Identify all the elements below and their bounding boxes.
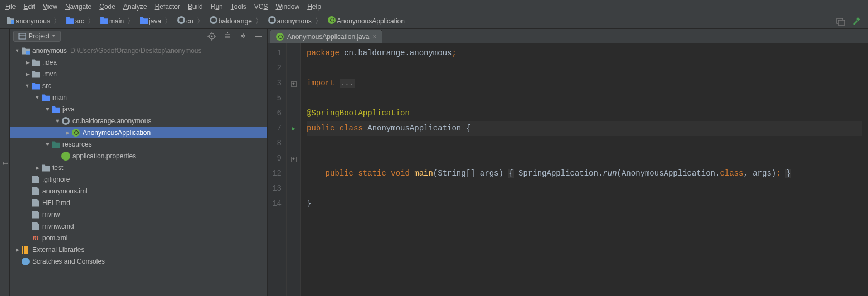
tree-node[interactable]: HELP.md [10, 197, 267, 208]
tree-node[interactable]: ▶AnonymousApplication [10, 127, 267, 138]
menu-vcs[interactable]: VCS [250, 0, 272, 13]
line-number[interactable]: 8 [268, 136, 282, 151]
run-gutter[interactable]: +▶+ [287, 43, 301, 296]
tree-node[interactable]: ▼anonymousD:\Users\GodofOrange\Desktop\a… [10, 45, 267, 56]
code-content[interactable]: package cn.baldorange.anonymous; import … [301, 43, 868, 296]
gutter-cell[interactable] [287, 106, 300, 121]
breadcrumb-item[interactable]: AnonymousApplication [324, 16, 406, 27]
tree-node[interactable]: ▼src [10, 80, 267, 91]
line-number-gutter[interactable]: 12356789121314 [268, 43, 287, 296]
menu-navigate[interactable]: Navigate [61, 0, 95, 13]
menu-analyze[interactable]: Analyze [119, 0, 151, 13]
tree-node[interactable]: ▶.mvn [10, 68, 267, 80]
breadcrumb-item[interactable]: src [63, 16, 85, 27]
tree-node[interactable]: Scratches and Consoles [10, 255, 267, 267]
tree-node[interactable]: mpom.xml [10, 232, 267, 244]
line-number[interactable]: 13 [268, 181, 282, 196]
tree-twisty-icon[interactable]: ▶ [23, 60, 31, 65]
tree-twisty-icon[interactable]: ▶ [64, 130, 71, 135]
code-line[interactable]: public class AnonymousApplication { [307, 121, 868, 136]
breadcrumb-item[interactable]: main [97, 16, 125, 27]
code-line[interactable]: } [307, 199, 311, 208]
tree-node[interactable]: ▶External Libraries [10, 244, 267, 255]
menu-edit[interactable]: Edit [20, 0, 39, 13]
code-line[interactable]: package cn.baldorange.anonymous; [307, 48, 457, 57]
tree-twisty-icon[interactable]: ▼ [43, 142, 51, 147]
tree-node[interactable]: mvnw.cmd [10, 220, 267, 232]
gutter-cell[interactable] [287, 91, 300, 106]
fold-icon[interactable]: + [291, 81, 297, 87]
project-view-selector[interactable]: Project ▼ [13, 31, 61, 42]
tree-twisty-icon[interactable]: ▼ [13, 48, 21, 54]
breadcrumb-item[interactable]: baldorange [206, 16, 253, 27]
run-gutter-cell[interactable]: ▶ [287, 121, 300, 136]
select-run-config-icon[interactable] [836, 16, 846, 26]
line-number[interactable]: 7 [268, 121, 282, 136]
tree-node[interactable]: ▼main [10, 91, 267, 103]
line-number[interactable]: 5 [268, 91, 282, 106]
locate-icon[interactable] [207, 31, 217, 41]
breadcrumb-item[interactable]: anonymous [265, 16, 313, 27]
line-number[interactable]: 6 [268, 106, 282, 121]
collapse-all-icon[interactable] [222, 31, 232, 41]
tree-twisty-icon[interactable]: ▼ [33, 95, 41, 100]
close-tab-icon[interactable]: × [372, 33, 376, 41]
tree-twisty-icon[interactable]: ▶ [23, 71, 31, 77]
line-number[interactable]: 12 [268, 166, 282, 181]
menu-view[interactable]: View [39, 0, 61, 13]
gutter-cell[interactable] [287, 166, 300, 181]
tree-twisty-icon[interactable]: ▶ [13, 247, 21, 253]
tree-node[interactable]: ▼cn.baldorange.anonymous [10, 115, 267, 127]
spring-icon [71, 128, 80, 137]
editor-overview-strip[interactable] [862, 43, 868, 296]
tree-node-label: anonymous [32, 47, 67, 55]
tree-node[interactable]: application.properties [10, 150, 267, 162]
menu-tools[interactable]: Tools [227, 0, 250, 13]
fold-gutter-cell[interactable]: + [287, 76, 300, 91]
menu-run[interactable]: Run [207, 0, 227, 13]
fold-icon[interactable]: + [291, 157, 297, 162]
line-number[interactable]: 14 [268, 196, 282, 211]
tree-node[interactable]: ▶test [10, 162, 267, 173]
gear-icon[interactable]: ✲ [238, 31, 248, 41]
tree-node[interactable]: anonymous.iml [10, 185, 267, 197]
tree-node[interactable]: .gitignore [10, 173, 267, 185]
menu-help[interactable]: Help [303, 0, 325, 13]
gutter-cell[interactable] [287, 46, 300, 61]
line-number[interactable]: 9 [268, 151, 282, 166]
line-number[interactable]: 3 [268, 76, 282, 91]
line-number[interactable]: 1 [268, 46, 282, 61]
tree-twisty-icon[interactable]: ▼ [23, 83, 31, 89]
menu-refactor[interactable]: Refactor [151, 0, 184, 13]
project-tree[interactable]: ▼anonymousD:\Users\GodofOrange\Desktop\a… [10, 43, 267, 296]
menu-build[interactable]: Build [184, 0, 207, 13]
file-icon [31, 222, 40, 231]
code-line[interactable]: @SpringBootApplication [307, 109, 410, 118]
tree-twisty-icon[interactable]: ▼ [54, 118, 61, 124]
menu-window[interactable]: Window [271, 0, 303, 13]
tree-node[interactable]: mvnw [10, 208, 267, 220]
build-hammer-icon[interactable] [851, 16, 861, 26]
tree-twisty-icon[interactable]: ▼ [43, 106, 51, 112]
hide-icon[interactable]: — [254, 31, 264, 41]
tree-twisty-icon[interactable]: ▶ [33, 165, 41, 171]
menu-file[interactable]: File [1, 0, 20, 13]
gutter-cell[interactable] [287, 181, 300, 196]
run-gutter-icon[interactable]: ▶ [292, 125, 295, 132]
editor-tab-active[interactable]: AnonymousApplication.java × [270, 30, 382, 43]
tree-node[interactable]: ▶.idea [10, 56, 267, 68]
breadcrumb-item[interactable]: anonymous [3, 16, 51, 27]
gutter-cell[interactable] [287, 61, 300, 76]
gutter-cell[interactable] [287, 196, 300, 211]
code-line[interactable]: public static void main(String[] args) {… [307, 169, 791, 178]
tree-node[interactable]: ▼resources [10, 138, 267, 150]
gutter-cell[interactable] [287, 136, 300, 151]
left-tool-strip[interactable]: 1: [0, 29, 10, 296]
line-number[interactable]: 2 [268, 61, 282, 76]
breadcrumb-item[interactable]: cn [174, 16, 195, 27]
code-line[interactable]: import ... [307, 79, 355, 88]
tree-node[interactable]: ▼java [10, 103, 267, 115]
breadcrumb-item[interactable]: java [137, 16, 162, 27]
menu-code[interactable]: Code [95, 0, 119, 13]
fold-gutter-cell[interactable]: + [287, 151, 300, 166]
